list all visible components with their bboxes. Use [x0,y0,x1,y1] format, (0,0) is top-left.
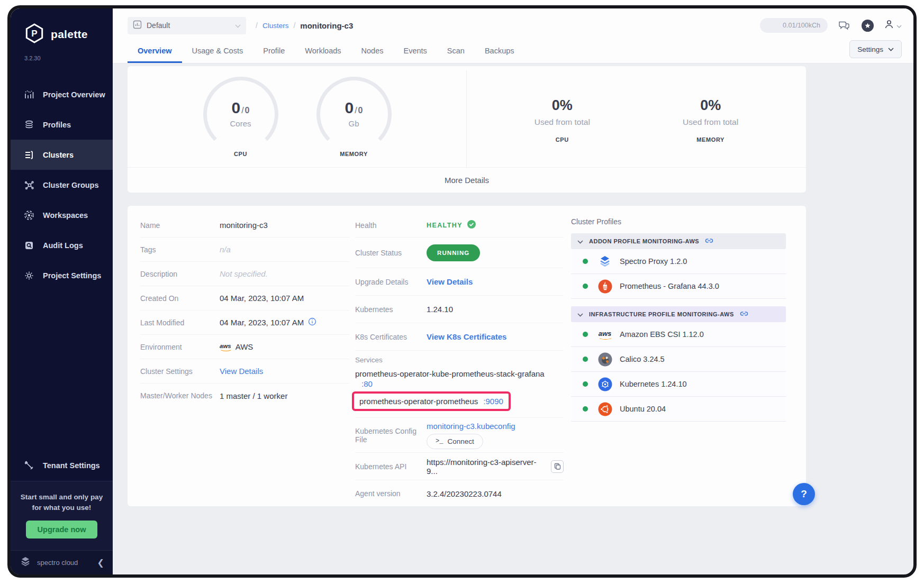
annotation-highlight-box: prometheus-operator-prometheus :9090 [352,391,511,411]
user-icon [884,19,894,32]
info-icon[interactable] [308,317,316,327]
gauge-separator: / [241,106,243,115]
cluster-profiles-title: Cluster Profiles [571,217,786,226]
upgrade-now-button[interactable]: Upgrade now [26,521,98,539]
profile-pack-kubernetes[interactable]: Kubernetes 1.24.10 [571,372,786,397]
link-icon[interactable] [705,236,713,246]
cpu-unit: Cores [203,119,278,128]
kubernetes-api-value: https://monitoring-c3-apiserver-9... [427,458,547,476]
health-row: Health HEALTHY [355,213,564,238]
usage-meter-pill: 0.01/100kCh [760,18,828,33]
tab-backups[interactable]: Backups [475,40,524,63]
profile-pack-ubuntu[interactable]: Ubuntu 20.04 [571,397,786,422]
sidebar-item-workspaces[interactable]: Workspaces [11,200,113,230]
tab-profile[interactable]: Profile [253,40,295,63]
profile-pack-calico[interactable]: Calico 3.24.5 [571,347,786,372]
tab-workloads[interactable]: Workloads [295,40,351,63]
field-label: Cluster Settings [140,367,220,376]
sidebar-nav: Project Overview Profiles Clusters Clust… [11,79,113,290]
sidebar-item-project-overview[interactable]: Project Overview [11,79,113,110]
status-dot [583,357,588,362]
master-worker-row: Master/Worker Nodes 1 master / 1 worker [140,384,350,408]
app: P palette 3.2.30 Project Overview Profil… [11,8,913,574]
cluster-settings-view-details-link[interactable]: View Details [220,367,263,376]
field-label: Tags [140,245,220,254]
more-details-button[interactable]: More Details [445,176,489,185]
created-on-row: Created On 04 Mar, 2023, 10:07 AM [140,286,350,311]
sidebar-spacer [11,290,113,451]
breadcrumb-clusters-link[interactable]: Clusters [262,22,289,30]
whats-new-star-icon[interactable] [860,19,874,32]
sidebar-item-project-settings[interactable]: Project Settings [11,260,113,290]
services-block: Services prometheus-operator-kube-promet… [355,351,564,418]
memory-gauge: 0/0 Gb MEMORY [314,77,394,157]
kubeconfig-row: Kubernetes Config File monitoring-c3.kub… [355,418,564,453]
pack-name: Calico 3.24.5 [620,355,665,363]
profile-pack-spectro-proxy[interactable]: Spectro Proxy 1.2.0 [571,249,786,274]
cluster-list-icon [23,149,35,161]
upgrade-details-row: Upgrade Details View Details [355,268,564,296]
view-k8s-certificates-link[interactable]: View K8s Certificates [427,332,506,341]
help-button[interactable]: ? [793,483,815,505]
tab-overview[interactable]: Overview [128,40,182,63]
service-port-link[interactable]: :9090 [483,397,503,406]
k8s-certificates-row: K8s Certificates View K8s Certificates [355,323,564,351]
project-selector[interactable]: Default [128,17,246,34]
breadcrumb-separator: / [256,21,258,30]
settings-button[interactable]: Settings [849,40,902,58]
agent-version-row: Agent version 3.2.4/20230223.0744 [355,480,564,507]
details-middle-column: Health HEALTHY Cluster Status RUNNING Up… [355,213,564,507]
infrastructure-profile-header[interactable]: INFRASTRUCTURE PROFILE MONITORING-AWS [571,306,786,322]
cluster-status-row: Cluster Status RUNNING [355,238,564,268]
service-name: prometheus-operator-prometheus [359,396,478,407]
profile-pack-amazon-ebs-csi[interactable]: aws Amazon EBS CSI 1.12.0 [571,322,786,347]
tab-usage-costs[interactable]: Usage & Costs [182,40,253,63]
upgrade-view-details-link[interactable]: View Details [427,277,473,286]
upgrade-promo: Start small and only pay for what you us… [11,481,113,551]
services-label: Services [355,356,564,364]
field-label: Description [140,270,220,278]
memory-usage-stat: 0% Used from total MEMORY [658,97,764,143]
details-card: Name monitoring-c3 Tags n/a Description … [128,206,806,506]
ubuntu-icon [597,402,612,416]
sidebar-item-cluster-groups[interactable]: Cluster Groups [11,170,113,200]
cluster-settings-row: Cluster Settings View Details [140,359,350,384]
gauge-separator: / [355,106,357,115]
collapse-sidebar-icon[interactable]: ❮ [97,558,104,568]
sidebar-item-tenant-settings[interactable]: Tenant Settings [11,451,113,481]
tab-nodes[interactable]: Nodes [351,40,394,63]
connect-button[interactable]: >_ Connect [427,434,483,449]
kubernetes-icon [597,377,612,391]
prometheus-icon [597,279,612,294]
tab-scan[interactable]: Scan [437,40,475,63]
sidebar-item-clusters[interactable]: Clusters [11,140,113,170]
chevron-down-icon [896,21,902,30]
memory-unit: Gb [316,119,392,128]
tab-events[interactable]: Events [393,40,437,63]
field-label: Upgrade Details [355,278,427,286]
sidebar-footer: spectro cloud ❮ [11,550,113,574]
field-label: Environment [140,343,220,351]
user-menu[interactable] [884,19,902,32]
connect-button-label: Connect [447,437,474,445]
sidebar-item-audit-logs[interactable]: Audit Logs [11,230,113,260]
memory-usage-percent: 0% [658,97,764,114]
sidebar-item-profiles[interactable]: Profiles [11,110,113,140]
pack-name: Spectro Proxy 1.2.0 [620,257,687,266]
status-dot [583,381,588,387]
spectro-cloud-logo-icon [19,555,32,570]
service-port-link[interactable]: :80 [361,379,373,388]
app-version: 3.2.30 [11,47,113,61]
gear-icon [23,270,35,281]
link-icon[interactable] [740,309,748,319]
audit-search-icon [23,240,35,251]
promo-text-line1: Start small and only pay [17,492,106,503]
copy-icon[interactable] [551,460,564,473]
profile-pack-prometheus-grafana[interactable]: Prometheus - Grafana 44.3.0 [571,274,786,299]
spectro-proxy-icon [597,254,612,269]
created-on-value: 04 Mar, 2023, 10:07 AM [220,294,304,303]
kubeconfig-download-link[interactable]: monitoring-c3.kubeconfig [427,422,515,431]
memory-used-value: 0 [345,99,354,116]
chat-icon[interactable] [837,19,851,32]
addon-profile-header[interactable]: ADDON PROFILE MONITORING-AWS [571,233,786,249]
